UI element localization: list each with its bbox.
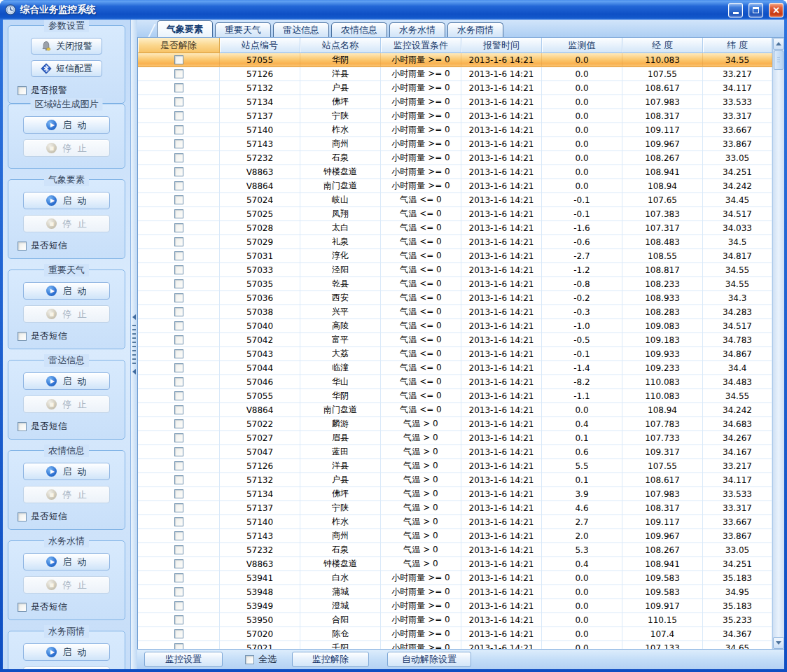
release-checkbox[interactable] — [174, 363, 183, 372]
release-checkbox[interactable] — [174, 475, 183, 484]
column-header-2[interactable]: 站点名称 — [300, 38, 381, 53]
stop-button-water-rain[interactable]: ■停 止 — [23, 666, 110, 669]
sms-checkbox-row-important-weather[interactable]: 是否短信 — [18, 330, 67, 342]
start-button-important-weather[interactable]: ▶启 动 — [23, 282, 110, 300]
release-checkbox[interactable] — [174, 111, 183, 120]
sms-checkbox-row-agriculture-info[interactable]: 是否短信 — [18, 510, 67, 523]
select-all-checkbox[interactable] — [245, 655, 254, 664]
release-checkbox[interactable] — [174, 531, 183, 540]
tab-water-level[interactable]: 水务水情 — [389, 22, 445, 37]
stop-button-agriculture-info[interactable]: ■停 止 — [23, 486, 110, 503]
sms-config-button[interactable]: 短信配置 — [31, 60, 102, 77]
release-checkbox[interactable] — [174, 265, 183, 274]
sms-checkbox-row-radar-info[interactable]: 是否短信 — [18, 420, 67, 433]
release-checkbox[interactable] — [174, 587, 183, 596]
table-row[interactable]: 57020陈仓小时雨量 >= 02013-1-6 14:210.0107.434… — [138, 627, 772, 641]
table-row[interactable]: 57143商州气温 > 02013-1-6 14:212.0109.96733.… — [138, 529, 772, 543]
start-button-weather-elements[interactable]: ▶启 动 — [23, 192, 110, 209]
release-checkbox[interactable] — [174, 153, 183, 162]
table-row[interactable]: 57137宁陕小时雨量 >= 02013-1-6 14:210.0108.317… — [138, 109, 772, 123]
release-checkbox[interactable] — [174, 447, 183, 456]
release-checkbox[interactable] — [174, 223, 183, 232]
column-header-5[interactable]: 监测值 — [542, 38, 622, 53]
table-row[interactable]: 57033泾阳气温 <= 02013-1-6 14:21-1.2108.8173… — [138, 263, 772, 277]
start-button-region-image[interactable]: ▶启 动 — [23, 116, 110, 134]
tab-weather-elements[interactable]: 气象要素 — [157, 20, 213, 37]
release-checkbox[interactable] — [174, 461, 183, 470]
vertical-scrollbar[interactable] — [772, 38, 784, 649]
sms-checkbox[interactable] — [18, 603, 27, 612]
sms-checkbox[interactable] — [18, 241, 27, 251]
release-checkbox[interactable] — [174, 405, 183, 414]
release-checkbox[interactable] — [174, 321, 183, 330]
scroll-track[interactable] — [773, 71, 784, 637]
table-row[interactable]: 57038兴平气温 <= 02013-1-6 14:21-0.3108.2833… — [138, 305, 772, 319]
scroll-up-button[interactable] — [773, 38, 784, 50]
release-checkbox[interactable] — [174, 615, 183, 624]
sms-checkbox[interactable] — [18, 512, 27, 522]
table-row[interactable]: 57140柞水气温 > 02013-1-6 14:212.7109.11733.… — [138, 515, 772, 529]
table-row[interactable]: 57022麟游气温 > 02013-1-6 14:210.4107.78334.… — [138, 417, 772, 431]
table-row[interactable]: 57028太白气温 <= 02013-1-6 14:21-1.6107.3173… — [138, 221, 772, 235]
scroll-thumb[interactable] — [774, 50, 783, 70]
sidebar-splitter[interactable] — [131, 20, 137, 669]
release-checkbox[interactable] — [174, 335, 183, 344]
release-checkbox[interactable] — [174, 181, 183, 190]
release-checkbox[interactable] — [174, 503, 183, 512]
stop-button-weather-elements[interactable]: ■停 止 — [23, 215, 110, 232]
table-row[interactable]: 53950合阳小时雨量 >= 02013-1-6 14:210.0110.153… — [138, 613, 772, 627]
table-row[interactable]: 57027眉县气温 > 02013-1-6 14:210.1107.73334.… — [138, 431, 772, 445]
table-row[interactable]: V8863钟楼盘道小时雨量 >= 02013-1-6 14:210.0108.9… — [138, 165, 772, 179]
release-checkbox[interactable] — [174, 83, 183, 92]
release-checkbox[interactable] — [174, 251, 183, 260]
tab-radar-info[interactable]: 雷达信息 — [273, 22, 329, 37]
column-header-4[interactable]: 报警时间 — [461, 38, 542, 53]
title-bar[interactable]: 综合业务监控系统 × — [0, 0, 787, 20]
stop-button-important-weather[interactable]: ■停 止 — [23, 305, 110, 323]
release-checkbox[interactable] — [174, 279, 183, 288]
sms-checkbox-row-weather-elements[interactable]: 是否短信 — [18, 239, 67, 252]
release-checkbox[interactable] — [174, 97, 183, 106]
table-row[interactable]: 57043大荔气温 <= 02013-1-6 14:21-0.1109.9333… — [138, 347, 772, 361]
auto-release-button[interactable]: 自动解除设置 — [387, 652, 471, 667]
table-row[interactable]: 57232石泉小时雨量 >= 02013-1-6 14:210.0108.267… — [138, 151, 772, 165]
column-header-0[interactable]: 是否解除 — [138, 38, 220, 53]
release-checkbox[interactable] — [174, 545, 183, 554]
release-checkbox[interactable] — [174, 237, 183, 246]
release-checkbox[interactable] — [174, 419, 183, 428]
scroll-down-button[interactable] — [773, 637, 784, 649]
table-row[interactable]: 57126洋县小时雨量 >= 02013-1-6 14:210.0107.553… — [138, 67, 772, 81]
release-checkbox[interactable] — [174, 601, 183, 610]
column-header-7[interactable]: 纬 度 — [703, 38, 772, 53]
maximize-button[interactable] — [748, 3, 763, 18]
stop-button-region-image[interactable]: ■停 止 — [23, 139, 110, 157]
table-row[interactable]: 57132户县气温 > 02013-1-6 14:210.1108.61734.… — [138, 473, 772, 487]
tab-agriculture-info[interactable]: 农情信息 — [331, 22, 387, 37]
column-header-3[interactable]: 监控设置条件 — [381, 38, 461, 53]
select-all-row[interactable]: 全选 — [245, 653, 277, 666]
start-button-radar-info[interactable]: ▶启 动 — [23, 372, 110, 390]
release-checkbox[interactable] — [174, 643, 183, 649]
release-checkbox[interactable] — [174, 349, 183, 358]
start-button-water-level[interactable]: ▶启 动 — [23, 553, 110, 570]
start-button-agriculture-info[interactable]: ▶启 动 — [23, 463, 110, 480]
minimize-button[interactable] — [728, 3, 743, 18]
monitor-set-button[interactable]: 监控设置 — [144, 652, 223, 667]
table-row[interactable]: 53948蒲城小时雨量 >= 02013-1-6 14:210.0109.583… — [138, 585, 772, 599]
table-row[interactable]: V8864南门盘道气温 <= 02013-1-6 14:210.0108.943… — [138, 403, 772, 417]
table-row[interactable]: 53949澄城小时雨量 >= 02013-1-6 14:210.0109.917… — [138, 599, 772, 613]
release-checkbox[interactable] — [174, 489, 183, 498]
sms-checkbox-row-water-level[interactable]: 是否短信 — [18, 601, 67, 613]
table-row[interactable]: 57143商州小时雨量 >= 02013-1-6 14:210.0109.967… — [138, 137, 772, 151]
table-row[interactable]: 57025凤翔气温 <= 02013-1-6 14:21-0.1107.3833… — [138, 207, 772, 221]
release-checkbox[interactable] — [174, 139, 183, 148]
tab-important-weather[interactable]: 重要天气 — [215, 22, 271, 37]
tab-water-rain[interactable]: 水务雨情 — [447, 22, 503, 37]
release-checkbox[interactable] — [174, 433, 183, 442]
table-row[interactable]: 57126洋县气温 > 02013-1-6 14:215.5107.5533.2… — [138, 459, 772, 473]
release-checkbox[interactable] — [174, 391, 183, 400]
alarm-checkbox-row[interactable]: 是否报警 — [18, 84, 67, 97]
table-row[interactable]: 53941白水小时雨量 >= 02013-1-6 14:210.0109.583… — [138, 571, 772, 585]
release-checkbox[interactable] — [174, 69, 183, 78]
table-row[interactable]: 57046华山气温 <= 02013-1-6 14:21-8.2110.0833… — [138, 375, 772, 389]
